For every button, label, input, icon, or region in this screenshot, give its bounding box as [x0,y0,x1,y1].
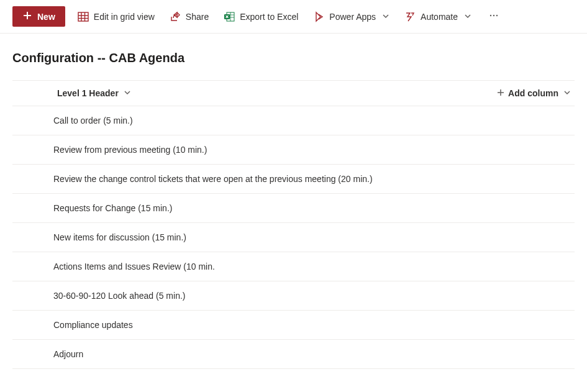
list-row[interactable]: Compliance updates [12,311,575,340]
export-label: Export to Excel [240,12,298,22]
grid-icon [78,11,89,22]
svg-point-12 [490,15,491,16]
list-row-text: 30-60-90-120 Look ahead (5 min.) [53,291,185,301]
list-row[interactable]: Call to order (5 min.) [12,106,575,135]
plus-icon [22,11,32,22]
list-row[interactable]: Actions Items and Issues Review (10 min. [12,252,575,281]
svg-point-14 [496,15,498,16]
add-column-label: Add column [508,88,558,98]
power-apps-icon [313,11,324,22]
chevron-down-icon [122,88,131,98]
list-container: Level 1 Header Add column Call to order … [0,80,587,369]
list-body: Call to order (5 min.)Review from previo… [12,106,575,369]
list-row[interactable]: Adjourn [12,340,575,369]
list-row-text: Review the change control tickets that w… [53,174,373,184]
list-row-text: Review from previous meeting (10 min.) [53,145,207,155]
edit-grid-label: Edit in grid view [94,12,155,22]
list-row-text: Compliance updates [53,320,133,330]
edit-grid-button[interactable]: Edit in grid view [75,7,157,26]
page-title: Configuration -- CAB Agenda [0,34,587,80]
more-icon [489,11,499,22]
svg-rect-2 [78,12,88,21]
list-row[interactable]: 30-60-90-120 Look ahead (5 min.) [12,281,575,311]
share-label: Share [186,12,209,22]
list-row-text: Requests for Change (15 min.) [53,203,172,213]
add-column-button[interactable]: Add column [493,88,575,98]
list-row-text: Adjourn [53,349,83,359]
chevron-down-icon [381,12,389,22]
chevron-down-icon [562,88,571,98]
automate-label: Automate [421,12,458,22]
svg-point-13 [493,15,494,16]
list-row[interactable]: Requests for Change (15 min.) [12,194,575,223]
flow-icon [404,11,416,22]
column-header-label: Level 1 Header [57,88,119,98]
overflow-menu-button[interactable] [484,7,504,27]
new-button-label: New [37,12,55,22]
column-header-level1[interactable]: Level 1 Header [53,88,135,98]
power-apps-label: Power Apps [329,12,376,22]
list-row[interactable]: Review the change control tickets that w… [12,165,575,194]
new-button[interactable]: New [12,6,65,27]
share-icon [170,11,181,22]
command-bar: New Edit in grid view Share [0,0,587,34]
plus-icon [497,88,504,98]
list-row-text: Actions Items and Issues Review (10 min. [53,262,215,271]
power-apps-button[interactable]: Power Apps [311,7,392,26]
list-row-text: New items for discussion (15 min.) [53,232,186,242]
list-row[interactable]: New items for discussion (15 min.) [12,223,575,252]
export-excel-button[interactable]: Export to Excel [221,7,301,26]
list-header-row: Level 1 Header Add column [12,80,575,106]
automate-button[interactable]: Automate [402,7,474,26]
chevron-down-icon [463,12,471,22]
list-row[interactable]: Review from previous meeting (10 min.) [12,135,575,165]
share-button[interactable]: Share [167,7,211,26]
excel-icon [224,11,235,22]
list-row-text: Call to order (5 min.) [53,116,133,125]
